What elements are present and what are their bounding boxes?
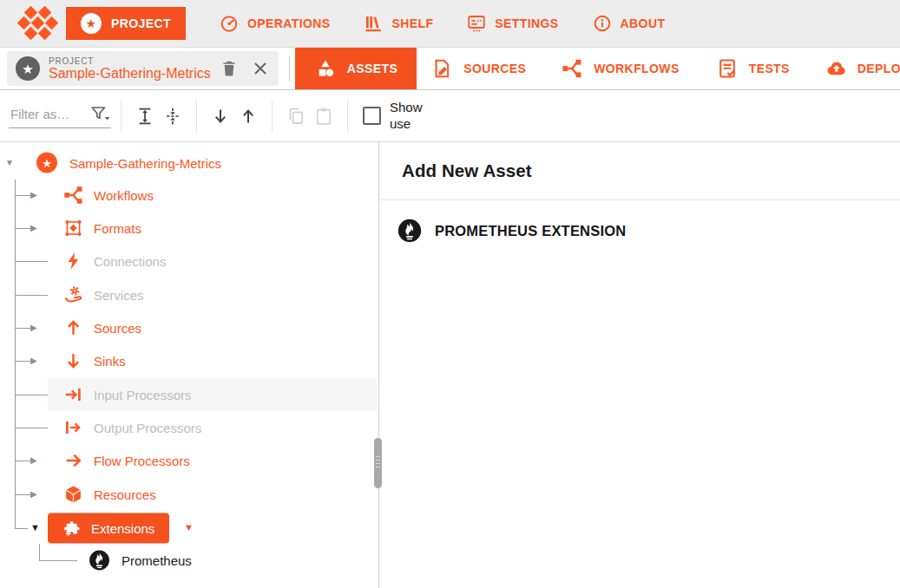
nav-item-project[interactable]: ★ PROJECT (66, 7, 186, 40)
tab-label: TESTS (749, 62, 790, 75)
arrow-up-icon (62, 317, 84, 339)
tree-item-output-processors[interactable]: Output Processors (0, 411, 378, 444)
filter-input[interactable] (9, 106, 80, 122)
tree-item-label: Output Processors (94, 421, 201, 435)
shapes-icon (314, 57, 337, 80)
tab-tests[interactable]: TESTS (716, 57, 790, 80)
show-use-label: Show use (390, 100, 428, 133)
tree-item-prometheus[interactable]: Prometheus (0, 544, 378, 577)
tree-item-label: Formats (94, 221, 141, 236)
tree-item-label: Prometheus (122, 553, 192, 568)
tree-item-input-processors[interactable]: Input Processors (0, 378, 378, 411)
divider (289, 56, 290, 82)
divider (272, 101, 273, 132)
tree-item-extensions[interactable]: ▼ Extensions ▼ (0, 512, 378, 545)
chevron-down-icon[interactable]: ▼ (30, 523, 40, 532)
chevron-right-icon[interactable]: ▶ (30, 356, 37, 365)
tree-item-formats[interactable]: ▶ Formats (0, 212, 378, 245)
tab-label: ASSETS (347, 62, 397, 75)
tree-item-flow-processors[interactable]: ▶ Flow Processors (0, 444, 378, 477)
tree-item-label: Flow Processors (94, 454, 190, 468)
gear-hand-icon (62, 284, 84, 306)
branch-icon (62, 185, 84, 206)
tab-label: DEPLOYMENTS (857, 62, 900, 75)
cloud-upload-icon (824, 57, 847, 80)
tab-label: SOURCES (463, 62, 526, 75)
expand-all-button[interactable] (131, 102, 159, 130)
asset-option-label: PROMETHEUS EXTENSION (435, 223, 626, 239)
chevron-down-icon[interactable]: ▼ (184, 523, 194, 532)
move-up-button[interactable] (234, 102, 262, 130)
tree-item-resources[interactable]: ▶ Resources (0, 478, 378, 511)
paste-button[interactable] (310, 102, 338, 130)
extensions-selected-button[interactable]: Extensions (48, 513, 169, 544)
tree-item-sources[interactable]: ▶ Sources (0, 311, 378, 344)
asset-option-prometheus-extension[interactable]: PROMETHEUS EXTENSION (380, 219, 900, 243)
nav-label: PROJECT (111, 16, 171, 30)
nav-item-about[interactable]: ABOUT (592, 13, 666, 34)
arrow-right-icon (62, 450, 84, 472)
tree-toolbar: Show use (0, 90, 900, 142)
tab-label: WORKFLOWS (594, 62, 679, 75)
chevron-right-icon[interactable]: ▶ (30, 490, 37, 499)
tree-item-label: Sources (94, 321, 141, 336)
prometheus-icon (397, 219, 422, 243)
chevron-right-icon[interactable]: ▶ (30, 323, 37, 332)
chevron-right-icon[interactable]: ▶ (30, 191, 37, 199)
tree-item-label: Resources (94, 487, 156, 502)
chevron-right-icon[interactable]: ▶ (30, 456, 37, 465)
puzzle-plus-icon (62, 519, 82, 538)
project-tree-panel: ▼ ★ Sample-Gathering-Metrics ▶ Workflows… (0, 142, 379, 588)
close-icon[interactable] (251, 59, 270, 78)
tree-item-workflows[interactable]: ▶ Workflows (0, 179, 378, 212)
nav-label: SHELF (391, 16, 433, 30)
project-name: Sample-Gathering-Metrics (49, 66, 211, 82)
nav-label: SETTINGS (495, 16, 558, 30)
project-selector-text: PROJECT Sample-Gathering-Metrics (49, 56, 211, 82)
divider (121, 101, 122, 132)
star-circle-icon: ★ (16, 56, 40, 81)
tab-assets[interactable]: ASSETS (295, 48, 417, 89)
star-circle-icon: ★ (81, 13, 102, 34)
show-use-checkbox[interactable] (363, 107, 381, 125)
tree-item-services[interactable]: Services (0, 278, 378, 311)
app-window-icon (466, 13, 487, 34)
document-check-icon (716, 57, 739, 80)
nav-item-settings[interactable]: SETTINGS (466, 13, 558, 34)
tree-item-label: Sample-Gathering-Metrics (69, 156, 221, 171)
tree-item-root[interactable]: ▼ ★ Sample-Gathering-Metrics (0, 147, 378, 180)
tab-sources[interactable]: SOURCES (430, 57, 526, 80)
tree-item-connections[interactable]: Connections (0, 245, 378, 278)
lightning-icon (62, 251, 84, 272)
app-window: ★ PROJECT OPERATIONS SHELF (0, 0, 900, 588)
chevron-right-icon[interactable]: ▶ (30, 224, 37, 232)
divider (347, 101, 348, 132)
tree-item-label: Extensions (91, 521, 154, 536)
tab-workflows[interactable]: WORKFLOWS (561, 57, 679, 80)
prometheus-icon (89, 550, 110, 572)
panel-splitter-handle[interactable] (374, 438, 382, 488)
main-header: Add New Asset (380, 142, 900, 200)
tree-item-label: Connections (94, 254, 166, 269)
filter-funnel-icon[interactable] (89, 103, 111, 124)
nav-label: OPERATIONS (247, 16, 331, 30)
move-down-button[interactable] (207, 102, 234, 130)
nav-item-shelf[interactable]: SHELF (363, 13, 433, 34)
top-nav-bar: ★ PROJECT OPERATIONS SHELF (0, 0, 900, 48)
tree-item-label: Services (94, 288, 144, 303)
divider (196, 101, 197, 132)
tree-item-label: Workflows (94, 188, 154, 203)
star-circle-icon: ★ (36, 153, 57, 173)
tab-deployments[interactable]: DEPLOYMENTS (824, 57, 900, 80)
arrow-into-bar-icon (62, 384, 84, 406)
nav-item-operations[interactable]: OPERATIONS (219, 13, 331, 34)
collapse-all-button[interactable] (159, 102, 187, 130)
project-selector[interactable]: ★ PROJECT Sample-Gathering-Metrics (7, 51, 279, 86)
bar-to-arrow-icon (62, 417, 84, 439)
copy-button[interactable] (282, 102, 310, 130)
filter-field (9, 103, 111, 128)
tree-item-sinks[interactable]: ▶ Sinks (0, 344, 378, 377)
page-title: Add New Asset (402, 160, 532, 181)
chevron-down-icon[interactable]: ▼ (5, 159, 14, 167)
trash-icon[interactable] (220, 59, 239, 78)
